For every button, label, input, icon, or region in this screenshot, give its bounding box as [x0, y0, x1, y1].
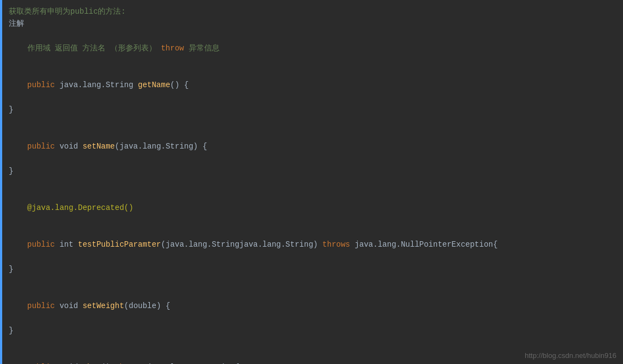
empty2 [9, 177, 614, 189]
params-testPublic: (java.lang.Stringjava.lang.String) [161, 240, 322, 249]
empty3 [9, 276, 614, 288]
method-setWeight-sig: public void setWeight(double) { [9, 288, 614, 325]
method-setName-close: } [9, 165, 614, 177]
method-getName-sig: public java.lang.String getName() { [9, 67, 614, 104]
params: () { [170, 81, 189, 89]
space1: java.lang.String [55, 81, 138, 89]
columns-label: 作用域 返回值 方法名 （形参列表） throw 异常信息 [9, 30, 614, 67]
method-name-setName: setName [82, 142, 115, 151]
params-setName: (java.lang.String) { [115, 142, 207, 151]
note-label: 注解 [9, 18, 614, 30]
exception-info: 异常信息 [184, 44, 219, 53]
annotation-deprecated: @java.lang.Deprecated() [9, 190, 614, 226]
params-setWeight: (double) { [124, 302, 170, 310]
annotation-text: @java.lang.Deprecated() [27, 203, 133, 212]
void2: void [55, 302, 82, 310]
method-testPublic-close: } [9, 263, 614, 275]
columns-text: 作用域 返回值 方法名 （形参列表） [27, 44, 161, 53]
method-name-setWeight: setWeight [82, 302, 124, 310]
watermark: http://blog.csdn.net/hubin916 [525, 351, 616, 360]
int-type: int [55, 240, 78, 249]
throw-keyword: throw [161, 44, 184, 53]
method-testPublic-sig: public int testPublicParamter(java.lang.… [9, 226, 614, 263]
public-kw2: public [27, 142, 55, 151]
code-container: 获取类所有申明为public的方法: 注解 作用域 返回值 方法名 （形参列表）… [0, 0, 623, 364]
void1: void [55, 142, 82, 151]
throws-keyword: throws [322, 240, 350, 249]
method-show-sig: public void show() throws java.lang.Exce… [9, 349, 614, 364]
method-getName-close: } [9, 104, 614, 116]
public-kw3: public [27, 240, 55, 249]
public-kw: public [27, 81, 55, 89]
method-name: getName [138, 81, 170, 89]
empty4 [9, 337, 614, 349]
left-border [0, 0, 2, 364]
method-name-testPublic: testPublicParamter [78, 240, 161, 249]
header-title: 获取类所有申明为public的方法: [9, 5, 614, 18]
exception-class: java.lang.NullPointerException{ [350, 240, 498, 249]
empty1 [9, 116, 614, 128]
method-setWeight-close: } [9, 325, 614, 337]
method-setName-sig: public void setName(java.lang.String) { [9, 128, 614, 165]
public-kw4: public [27, 302, 55, 310]
